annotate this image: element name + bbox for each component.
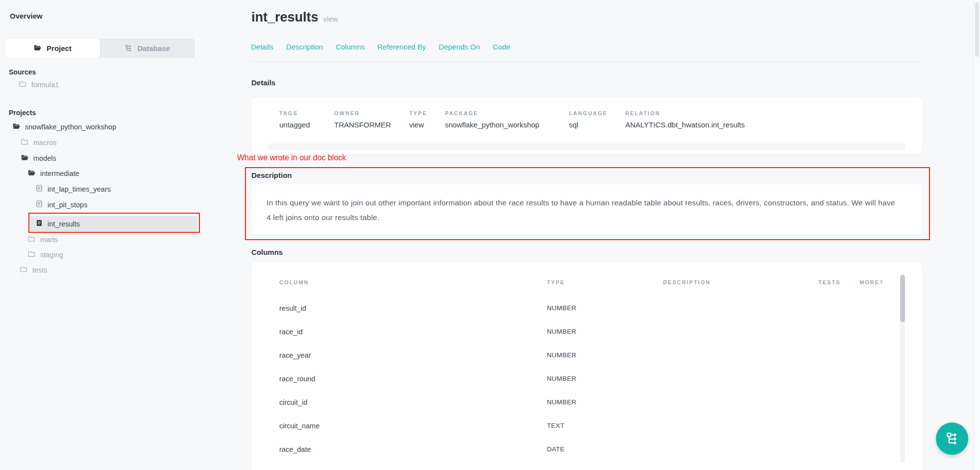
tab-code[interactable]: Code	[493, 43, 511, 51]
toggle-database-button[interactable]: Database	[100, 39, 195, 58]
column-name: race_round	[279, 375, 547, 383]
col-header-tests: TESTS	[818, 279, 859, 285]
field-type: TYPE view	[409, 110, 445, 129]
column-type: DATE	[547, 445, 663, 453]
folder-open-icon	[12, 122, 21, 132]
column-name: race_year	[279, 351, 547, 359]
folder-icon	[27, 250, 36, 260]
field-relation: RELATION ANALYTICS.dbt_hwatson.int_resul…	[625, 110, 745, 129]
column-type: NUMBER	[547, 304, 663, 312]
annotation-text: What we wrote in our doc block	[237, 153, 346, 162]
folder-icon	[27, 235, 36, 245]
folder-icon	[19, 80, 27, 90]
page-scrollbar-thumb[interactable]	[975, 2, 979, 57]
column-name: result_id	[279, 304, 547, 312]
table-row[interactable]: circuit_name TEXT	[251, 420, 923, 432]
tab-columns[interactable]: Columns	[336, 43, 365, 51]
tab-depends-on[interactable]: Depends On	[439, 43, 480, 51]
details-card: TAGS untagged OWNER TRANSFORMER TYPE vie…	[251, 98, 923, 154]
lineage-icon	[946, 431, 959, 446]
description-body: In this query we want to join out other …	[251, 184, 923, 225]
sidebar-item-int-results[interactable]: int_results	[35, 218, 80, 230]
table-row[interactable]: race_date DATE	[251, 443, 923, 455]
table-scrollbar-track	[900, 274, 905, 463]
document-icon	[35, 200, 43, 209]
column-type: NUMBER	[547, 398, 663, 406]
sidebar-item-snowflake-python-workshop[interactable]: snowflake_python_workshop	[12, 121, 116, 133]
sidebar-item-marts[interactable]: marts	[27, 233, 58, 246]
column-type: NUMBER	[547, 375, 663, 382]
field-tags: TAGS untagged	[279, 110, 334, 129]
page-scrollbar-track	[974, 0, 980, 470]
table-row[interactable]: race_year NUMBER	[251, 349, 923, 361]
lineage-graph-button[interactable]	[936, 422, 968, 455]
table-row[interactable]: result_id NUMBER	[251, 302, 923, 314]
folder-icon	[21, 138, 29, 148]
description-card: In this query we want to join out other …	[251, 184, 923, 235]
toggle-project-button[interactable]: Project	[5, 39, 100, 58]
field-language: LANGUAGE sql	[569, 110, 625, 129]
details-section-heading: Details	[251, 78, 275, 87]
folder-open-icon	[33, 44, 42, 53]
view-toggle: Project Database	[5, 39, 195, 58]
document-icon	[35, 184, 43, 194]
columns-section-heading: Columns	[251, 248, 283, 256]
col-header-description: DESCRIPTION	[663, 279, 818, 285]
sidebar-item-int-lap-times-years[interactable]: int_lap_times_years	[35, 183, 111, 195]
col-header-column: COLUMN	[279, 279, 547, 285]
sidebar-item-label: int_lap_times_years	[48, 185, 111, 193]
tab-description[interactable]: Description	[286, 43, 323, 51]
projects-heading: Projects	[9, 109, 36, 117]
column-type: NUMBER	[547, 351, 663, 359]
dbt-docs-app: Overview Project Database	[0, 0, 980, 470]
table-scrollbar-thumb[interactable]	[900, 275, 905, 322]
sidebar-item-staging[interactable]: staging	[27, 248, 63, 261]
table-row[interactable]: race_time TIME	[251, 467, 923, 470]
tab-details[interactable]: Details	[251, 43, 273, 51]
overview-heading: Overview	[10, 12, 43, 20]
sidebar-item-formula1[interactable]: formula1	[19, 78, 59, 91]
sidebar-item-models[interactable]: models	[21, 152, 56, 164]
sidebar-item-int-pit-stops[interactable]: int_pit_stops	[35, 198, 87, 211]
lineage-icon	[125, 44, 132, 53]
table-row[interactable]: race_id NUMBER	[251, 325, 923, 338]
sidebar-item-macros[interactable]: macros	[21, 136, 57, 148]
col-header-more: MORE?	[859, 279, 923, 285]
col-header-type: TYPE	[547, 279, 663, 285]
sidebar-item-label: models	[33, 154, 56, 162]
sidebar-item-label: formula1	[31, 81, 59, 89]
column-name: circuit_id	[279, 398, 547, 406]
column-type: TEXT	[547, 422, 663, 429]
column-name: race_date	[279, 445, 547, 453]
details-fields: TAGS untagged OWNER TRANSFORMER TYPE vie…	[251, 98, 923, 129]
sidebar-item-label: macros	[33, 139, 57, 147]
detail-tabs: Details Description Columns Referenced B…	[251, 43, 510, 51]
sidebar-item-intermediate[interactable]: intermediate	[27, 167, 79, 179]
folder-open-icon	[21, 153, 29, 163]
sidebar-item-label: marts	[40, 236, 58, 244]
tabs-divider	[251, 62, 923, 62]
sidebar-item-label: staging	[40, 251, 63, 259]
column-name: circuit_name	[279, 422, 547, 430]
column-name: race_id	[279, 328, 547, 336]
model-type-badge: view	[323, 15, 338, 23]
folder-open-icon	[27, 169, 36, 178]
sidebar-item-label: int_results	[48, 220, 80, 228]
field-package: PACKAGE snowflake_python_workshop	[445, 110, 569, 129]
sidebar-item-tests[interactable]: tests	[20, 264, 48, 276]
columns-card: COLUMN TYPE DESCRIPTION TESTS MORE? resu…	[251, 262, 923, 470]
sidebar-item-label: snowflake_python_workshop	[25, 123, 116, 131]
document-filled-icon	[35, 219, 43, 228]
description-section-heading: Description	[251, 171, 292, 179]
page-title: int_resultsview	[251, 10, 338, 25]
tab-referenced-by[interactable]: Referenced By	[377, 43, 426, 51]
folder-icon	[20, 265, 28, 275]
sidebar-item-label: int_pit_stops	[48, 201, 87, 209]
sources-heading: Sources	[9, 68, 36, 76]
model-name: int_results	[251, 10, 318, 25]
toggle-database-label: Database	[137, 44, 170, 52]
table-row[interactable]: circuit_id NUMBER	[251, 396, 923, 408]
toggle-project-label: Project	[47, 44, 72, 52]
columns-table-header: COLUMN TYPE DESCRIPTION TESTS MORE?	[251, 276, 923, 288]
table-row[interactable]: race_round NUMBER	[251, 372, 923, 385]
